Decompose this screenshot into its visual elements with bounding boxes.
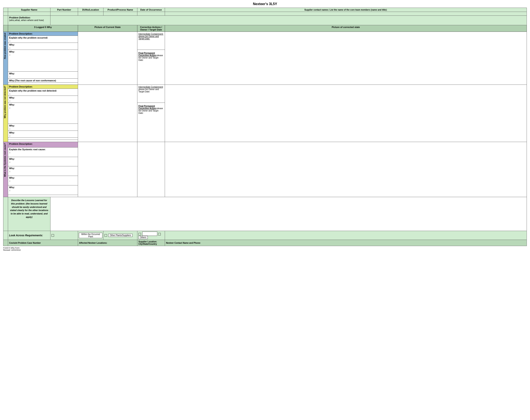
contact-value[interactable]: [165, 12, 527, 16]
s2-spacer2: [8, 140, 78, 142]
supplier-location-label: Supplier Location: City/State/Country: [137, 240, 165, 246]
s1-why3[interactable]: Why: ↓: [8, 72, 78, 79]
s1-problem-desc[interactable]: Problem Description:: [8, 32, 78, 36]
s1-intermediate-label: Intermediate Containment: please list Ow…: [138, 33, 163, 40]
look-across-option1-cell[interactable]: Within the Occurred Plant: [78, 231, 103, 240]
s1-explain[interactable]: Explain why the problem occurred: ↓: [8, 36, 78, 43]
s1-root-cause[interactable]: Why:(The root cause of non conformance): [8, 79, 78, 83]
nexteer-contact-label: Nexteer Contact Name and Phone:: [165, 240, 527, 246]
s3-problem-desc[interactable]: Problem Description:: [8, 142, 78, 147]
product-header: Product/Process Name: [103, 8, 137, 12]
s2-why3[interactable]: Why: ↓: [8, 124, 78, 131]
look-across-extra: [165, 231, 527, 240]
section3-vertical-label: What is the Systemic root cause?: [3, 142, 8, 197]
duns-header: DUNs/Location: [78, 8, 103, 12]
s1-why2[interactable]: Why: ↓: [8, 50, 78, 72]
s2-picture-corrected[interactable]: [165, 85, 527, 142]
s3-spacer: [8, 195, 78, 197]
contact-header: Supplier contact names: List the name of…: [165, 8, 527, 12]
problem-def-sublabel: (who,what, when where and how): [9, 19, 49, 21]
s3-explain[interactable]: Explain the Systemic root cause: ↓: [8, 147, 78, 157]
look-across-option2-cell[interactable]: Other Plants/Suppliers: [103, 231, 137, 240]
lessons-spacer: [3, 197, 8, 231]
part-number-value[interactable]: [50, 12, 78, 16]
s3-why2[interactable]: Why: ↓: [8, 166, 78, 176]
look-across-checkbox1[interactable]: [52, 234, 54, 237]
s1-spacer-bottom: [8, 83, 78, 85]
supplier-name-value[interactable]: [8, 12, 50, 16]
spacer-left: [3, 12, 8, 16]
s1-why1[interactable]: Why: ↓: [8, 43, 78, 50]
problem-def-label: Problem Definition:: [9, 16, 49, 19]
s2-why4[interactable]: Why: ↓: [8, 131, 78, 138]
s3-picture-cell[interactable]: [78, 142, 137, 197]
s2-why2[interactable]: Why: ↓: [8, 103, 78, 124]
s2-picture-cell[interactable]: [78, 85, 137, 142]
col-header-spacer: [3, 25, 8, 32]
s2-why1[interactable]: Why: ↓: [8, 96, 78, 103]
look-across-option2-btn[interactable]: Other Plants/Suppliers: [108, 234, 132, 237]
s3-why4[interactable]: Why: ↓: [8, 185, 78, 195]
s3-why1[interactable]: Why: ↓: [8, 157, 78, 166]
look-across-label: Look Across Requirements:: [8, 231, 50, 240]
look-across-spacer: [3, 231, 8, 240]
s1-intermediate-containment[interactable]: Intermediate Containment: please list Ow…: [137, 32, 165, 50]
section1-vertical-label: How problem was created: [3, 32, 8, 85]
s2-spacer1: [8, 138, 78, 140]
duns-value[interactable]: [78, 12, 103, 16]
form-number: F1043 5 Why Form: [3, 247, 527, 249]
s2-final-corrective[interactable]: Final Permanent Corrective Action:please…: [137, 103, 165, 142]
affected-label: Affected Nexteer Locations:: [78, 240, 137, 246]
s3-corrective-cell[interactable]: [137, 142, 165, 197]
s1-picture-corrected[interactable]: [165, 32, 527, 85]
page-title: Nexteer's 3L5Y: [3, 2, 527, 6]
s1-picture-cell[interactable]: [78, 32, 137, 85]
supplier-name-header: Supplier Name: [8, 8, 50, 12]
s2-explain-arrow: ↓: [9, 92, 77, 95]
s2-intermediate-containment[interactable]: Intermediate Containment: please list Ow…: [137, 85, 165, 103]
look-across-option1-btn[interactable]: Within the Occurred Plant: [79, 233, 103, 238]
s3-why3[interactable]: Why: ↓: [8, 176, 78, 185]
header-corner-left: [3, 8, 8, 12]
look-across-checkbox2[interactable]: [104, 234, 107, 237]
s1-explain-arrow: ↓: [9, 39, 77, 42]
covisint-label: Covisint Problem Case Number: [8, 240, 78, 246]
lessons-value-cell[interactable]: [50, 197, 527, 231]
look-across-option3-btn[interactable]: Others: [138, 236, 148, 239]
form-revised: Revised: 10/22/2010: [3, 249, 527, 251]
s1-final-corrective[interactable]: Final Permanent Corrective Action:Final …: [137, 50, 165, 85]
col-header-picture-current: Picture of Current State: [78, 25, 137, 32]
look-across-checkbox1-cell[interactable]: [50, 231, 78, 240]
col-header-picture-corrected: Picture of corrected state: [165, 25, 527, 32]
col-header-corrective: Corrective Actions / Owner / Target Date: [137, 25, 165, 32]
s3-picture-corrected[interactable]: [165, 142, 527, 197]
product-value[interactable]: [103, 12, 137, 16]
lessons-learned-text: Describe the Lessons Learned for this pr…: [10, 199, 48, 219]
form-footer: F1043 5 Why Form Revised: 10/22/2010: [3, 247, 527, 251]
footer-spacer: [3, 240, 8, 246]
col-header-three-legged: 3 Legged 5 Why: [8, 25, 78, 32]
part-number-header: Part Number: [50, 8, 78, 12]
lessons-label-cell: Describe the Lessons Learned for this pr…: [8, 197, 50, 231]
look-across-checkbox3[interactable]: [138, 233, 141, 235]
date-header: Date of Occurrence: [137, 8, 165, 12]
date-value[interactable]: [137, 12, 165, 16]
look-across-option3-cell[interactable]: Others: [137, 231, 165, 240]
section2-vertical-label: Why problem was not detected?: [3, 85, 8, 142]
prob-def-spacer: [3, 16, 8, 25]
problem-def-value[interactable]: [50, 16, 527, 25]
look-across-checkbox4[interactable]: [158, 233, 161, 235]
s2-explain[interactable]: Explain why the problem was not detected…: [8, 89, 78, 96]
s2-problem-desc[interactable]: Problem Description:: [8, 85, 78, 89]
look-across-text-input[interactable]: [142, 232, 157, 236]
